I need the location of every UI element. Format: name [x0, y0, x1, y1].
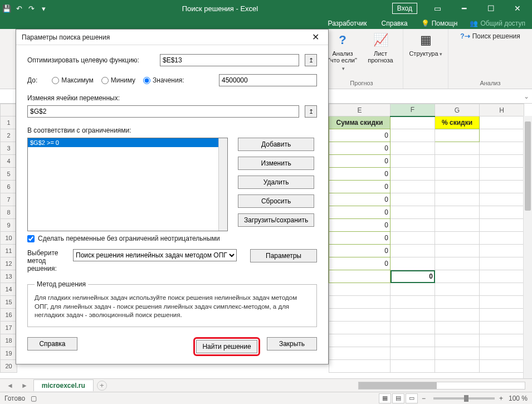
- grid-cell[interactable]: [435, 181, 480, 193]
- grid-cell[interactable]: 0: [329, 181, 391, 193]
- grid-cell[interactable]: [391, 219, 435, 232]
- grid-cell[interactable]: [391, 257, 435, 270]
- grid-cell[interactable]: [329, 334, 391, 347]
- row-header[interactable]: 9: [1, 219, 17, 232]
- sheet-nav-prev[interactable]: ◄: [4, 382, 16, 390]
- grid-cell[interactable]: 0: [329, 168, 391, 181]
- grid-cell[interactable]: [329, 270, 391, 283]
- share-button[interactable]: 👥Общий доступ: [466, 18, 529, 29]
- tell-me[interactable]: 💡Помощн: [418, 18, 461, 29]
- outline-button[interactable]: ▦ Структура: [409, 31, 442, 57]
- grid-cell[interactable]: [329, 322, 391, 334]
- grid-cell[interactable]: [435, 168, 480, 181]
- dialog-close-button[interactable]: ✕: [309, 31, 323, 43]
- zoom-level[interactable]: 100 %: [509, 395, 528, 402]
- grid-cell[interactable]: [435, 129, 480, 142]
- grid-cell[interactable]: [391, 309, 435, 322]
- grid-cell[interactable]: 0: [329, 193, 391, 206]
- grid-cell[interactable]: 0: [329, 219, 391, 232]
- grid-cell[interactable]: [435, 206, 480, 219]
- grid-cell[interactable]: [435, 309, 480, 322]
- row-header[interactable]: 15: [1, 296, 17, 309]
- scrollbar-thumb[interactable]: [359, 382, 437, 389]
- grid-cell[interactable]: [480, 142, 524, 155]
- grid-cell[interactable]: [391, 206, 435, 219]
- tab-developer[interactable]: Разработчик: [324, 18, 372, 29]
- add-sheet-button[interactable]: +: [97, 381, 107, 391]
- row-header[interactable]: 6: [1, 181, 17, 193]
- dialog-title-bar[interactable]: Параметры поиска решения ✕: [16, 30, 328, 45]
- grid-cell[interactable]: [391, 283, 435, 296]
- help-button[interactable]: Справка: [27, 337, 77, 351]
- grid-cell[interactable]: [391, 168, 435, 181]
- grid-cell[interactable]: [480, 155, 524, 168]
- close-window-button[interactable]: ✕: [505, 0, 530, 17]
- row-header[interactable]: 20: [1, 360, 17, 373]
- radio-max[interactable]: Максимум: [52, 76, 93, 84]
- solve-button[interactable]: Найти решение: [196, 340, 257, 353]
- grid-cell[interactable]: [435, 155, 480, 168]
- grid-cell[interactable]: [480, 347, 524, 360]
- listbox-scrollbar[interactable]: [218, 138, 227, 231]
- constraint-item[interactable]: $G$2 >= 0: [28, 138, 227, 147]
- row-header[interactable]: 3: [1, 142, 17, 155]
- grid-cell[interactable]: [435, 270, 480, 283]
- grid-cell[interactable]: [329, 283, 391, 296]
- horizontal-scrollbar[interactable]: [110, 382, 528, 390]
- formula-bar-expand-icon[interactable]: ⌄: [522, 93, 531, 100]
- row-header[interactable]: 7: [1, 193, 17, 206]
- grid-cell[interactable]: [480, 283, 524, 296]
- value-of-input[interactable]: [219, 74, 317, 86]
- scrollbar-thumb[interactable]: [525, 121, 531, 211]
- close-dialog-button[interactable]: Закрыть: [267, 337, 317, 351]
- ribbon-display-icon[interactable]: ▭: [425, 0, 450, 17]
- grid-cell[interactable]: 0: [329, 206, 391, 219]
- grid-cell[interactable]: [391, 181, 435, 193]
- reset-button[interactable]: Сбросить: [238, 194, 314, 208]
- col-header-e[interactable]: E: [329, 104, 391, 116]
- grid-cell[interactable]: [329, 296, 391, 309]
- col-header-g[interactable]: G: [435, 104, 480, 116]
- zoom-out-button[interactable]: −: [422, 395, 426, 402]
- grid-cell[interactable]: 0: [329, 155, 391, 168]
- tab-help[interactable]: Справка: [377, 18, 412, 29]
- minimize-button[interactable]: ━: [452, 0, 476, 17]
- view-normal-button[interactable]: ▦: [379, 393, 391, 403]
- grid-cell[interactable]: [391, 360, 435, 373]
- grid-cell[interactable]: [480, 309, 524, 322]
- grid-cell[interactable]: [329, 347, 391, 360]
- row-header[interactable]: 5: [1, 168, 17, 181]
- grid-cell[interactable]: 0: [329, 257, 391, 270]
- grid-cell[interactable]: [480, 296, 524, 309]
- grid-cell[interactable]: [391, 334, 435, 347]
- row-header[interactable]: 19: [1, 347, 17, 360]
- grid-cell[interactable]: [480, 360, 524, 373]
- grid-cell[interactable]: [391, 155, 435, 168]
- row-header[interactable]: 16: [1, 309, 17, 322]
- grid-cell[interactable]: [391, 232, 435, 245]
- macro-record-icon[interactable]: ▢: [31, 395, 37, 402]
- sheet-tab[interactable]: microexcel.ru: [33, 379, 94, 391]
- row-header[interactable]: 4: [1, 155, 17, 168]
- redo-icon[interactable]: ↷: [27, 4, 36, 13]
- grid-cell[interactable]: [480, 168, 524, 181]
- solving-method-select[interactable]: Поиск решения нелинейных задач методом О…: [73, 249, 237, 261]
- constraints-listbox[interactable]: $G$2 >= 0: [27, 138, 228, 231]
- grid-cell[interactable]: 0: [329, 245, 391, 257]
- options-button[interactable]: Параметры: [250, 249, 317, 262]
- zoom-slider[interactable]: [433, 397, 495, 400]
- grid-cell[interactable]: [435, 347, 480, 360]
- grid-cell[interactable]: [480, 334, 524, 347]
- grid-cell[interactable]: [391, 142, 435, 155]
- grid-cell[interactable]: 0: [329, 129, 391, 142]
- grid-cell[interactable]: [435, 334, 480, 347]
- collapse-ref-icon[interactable]: ↥: [305, 105, 317, 118]
- grid-cell[interactable]: [480, 219, 524, 232]
- sheet-nav-next[interactable]: ►: [19, 382, 30, 390]
- row-header[interactable]: 11: [1, 245, 17, 257]
- grid-cell[interactable]: [435, 232, 480, 245]
- grid-cell[interactable]: [329, 360, 391, 373]
- slider-knob[interactable]: [464, 395, 468, 402]
- row-header[interactable]: 18: [1, 334, 17, 347]
- grid-cell[interactable]: [480, 181, 524, 193]
